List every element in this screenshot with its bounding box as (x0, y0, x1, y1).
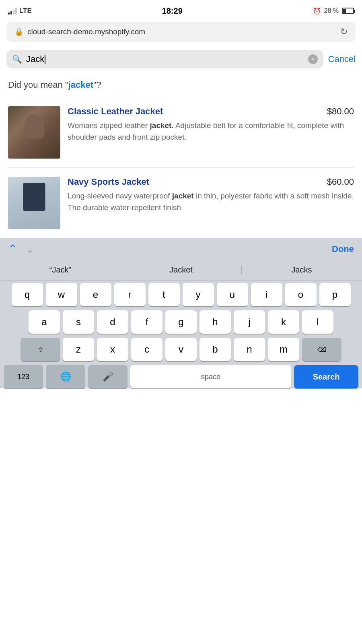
battery-percent: 28 % (324, 7, 339, 14)
key-n[interactable]: n (234, 338, 265, 361)
key-p[interactable]: p (319, 283, 351, 306)
key-g[interactable]: g (165, 310, 197, 334)
key-a[interactable]: a (29, 310, 60, 334)
signal-bars-icon (8, 7, 17, 14)
product-description-1: Womans zipped leather jacket. Adjustable… (68, 120, 354, 143)
product-image-2 (8, 177, 60, 229)
key-numbers[interactable]: 123 (4, 365, 43, 388)
battery-icon (342, 8, 354, 14)
browser-url: cloud-search-demo.myshopify.com (27, 27, 145, 36)
clear-button[interactable]: × (308, 54, 318, 64)
autocomplete-row: “Jack” Jacket Jacks (0, 260, 362, 281)
key-f[interactable]: f (131, 310, 162, 334)
key-c[interactable]: c (131, 338, 162, 361)
status-right: ⏰ 28 % (313, 7, 354, 15)
did-you-mean: Did you mean "jacket"? (0, 74, 362, 97)
key-x[interactable]: x (97, 338, 128, 361)
status-bar: LTE 18:29 ⏰ 28 % (0, 0, 362, 20)
key-m[interactable]: m (268, 338, 299, 361)
key-w[interactable]: w (46, 283, 77, 306)
key-z[interactable]: z (63, 338, 94, 361)
product-title-2[interactable]: Navy Sports Jacket (68, 177, 327, 187)
network-label: LTE (19, 7, 32, 15)
lock-icon: 🔒 (14, 27, 23, 36)
search-query-text: Jack (26, 54, 44, 64)
keyboard-row-1: q w e r t y u i o p (2, 283, 360, 306)
key-v[interactable]: v (165, 338, 197, 361)
keyboard-row-4: 123 🌐 🎤 space Search (2, 365, 360, 388)
did-you-mean-prefix: Did you mean " (8, 80, 68, 90)
key-s[interactable]: s (63, 310, 94, 334)
did-you-mean-term[interactable]: jacket (68, 80, 93, 90)
search-icon: 🔍 (12, 54, 22, 64)
key-h[interactable]: h (200, 310, 231, 334)
autocomplete-item-1[interactable]: “Jack” (0, 265, 121, 275)
cursor (45, 55, 45, 64)
product-price-2: $60.00 (327, 177, 354, 187)
key-t[interactable]: t (148, 283, 180, 306)
cancel-button[interactable]: Cancel (328, 54, 356, 64)
keyboard-row-3: ⇧ z x c v b n m ⌫ (2, 338, 360, 361)
bold-word-2: jacket (172, 192, 194, 200)
product-info-1: Classic Leather Jacket $80.00 Womans zip… (68, 106, 354, 143)
key-j[interactable]: j (234, 310, 265, 334)
key-e[interactable]: e (80, 283, 111, 306)
key-y[interactable]: y (183, 283, 214, 306)
navy-jacket-thumbnail (8, 177, 60, 229)
key-globe[interactable]: 🌐 (46, 365, 85, 388)
key-r[interactable]: r (114, 283, 146, 306)
search-bar-container: 🔍 Jack × Cancel (0, 46, 362, 74)
product-header-2: Navy Sports Jacket $60.00 (68, 177, 354, 187)
product-header-1: Classic Leather Jacket $80.00 (68, 106, 354, 117)
product-info-2: Navy Sports Jacket $60.00 Long-sleeved n… (68, 177, 354, 213)
search-input[interactable]: Jack (26, 54, 304, 64)
clear-icon: × (311, 56, 314, 62)
search-button[interactable]: Search (294, 365, 358, 388)
key-k[interactable]: k (268, 310, 299, 334)
keyboard: q w e r t y u i o p a s d f g h j k l ⇧ … (0, 281, 362, 388)
search-input-wrap[interactable]: 🔍 Jack × (6, 50, 323, 68)
bold-word-1: jacket. (150, 121, 174, 130)
key-b[interactable]: b (200, 338, 231, 361)
alarm-icon: ⏰ (313, 7, 321, 15)
leather-jacket-thumbnail (8, 106, 60, 159)
did-you-mean-suffix: "? (93, 80, 101, 90)
nav-up-button[interactable]: ⌃ (8, 242, 17, 256)
product-price-1: $80.00 (327, 106, 354, 117)
browser-bar[interactable]: 🔒 cloud-search-demo.myshopify.com ↻ (6, 22, 356, 42)
keyboard-row-2: a s d f g h j k l (2, 310, 360, 334)
browser-bar-left: 🔒 cloud-search-demo.myshopify.com (14, 27, 145, 36)
key-o[interactable]: o (285, 283, 317, 306)
time-display: 18:29 (162, 6, 183, 16)
key-shift[interactable]: ⇧ (21, 338, 60, 361)
autocomplete-item-3[interactable]: Jacks (241, 265, 362, 275)
product-item-2[interactable]: Navy Sports Jacket $60.00 Long-sleeved n… (0, 168, 362, 238)
autocomplete-item-2[interactable]: Jacket (121, 265, 241, 275)
status-left: LTE (8, 7, 32, 15)
nav-down-button[interactable]: ⌄ (25, 242, 35, 256)
key-l[interactable]: l (302, 310, 333, 334)
key-microphone[interactable]: 🎤 (88, 365, 128, 388)
reload-icon[interactable]: ↻ (340, 27, 348, 37)
product-item-1[interactable]: Classic Leather Jacket $80.00 Womans zip… (0, 97, 362, 167)
key-space[interactable]: space (130, 365, 291, 388)
keyboard-toolbar: ⌃ ⌄ Done (0, 238, 362, 260)
key-q[interactable]: q (12, 283, 43, 306)
product-title-1[interactable]: Classic Leather Jacket (68, 106, 327, 117)
product-description-2: Long-sleeved navy waterproof jacket in t… (68, 190, 354, 213)
key-i[interactable]: i (251, 283, 282, 306)
product-image-1 (8, 106, 60, 159)
key-delete[interactable]: ⌫ (302, 338, 341, 361)
key-u[interactable]: u (217, 283, 248, 306)
keyboard-nav: ⌃ ⌄ (8, 242, 35, 256)
key-d[interactable]: d (97, 310, 128, 334)
done-button[interactable]: Done (332, 244, 354, 254)
